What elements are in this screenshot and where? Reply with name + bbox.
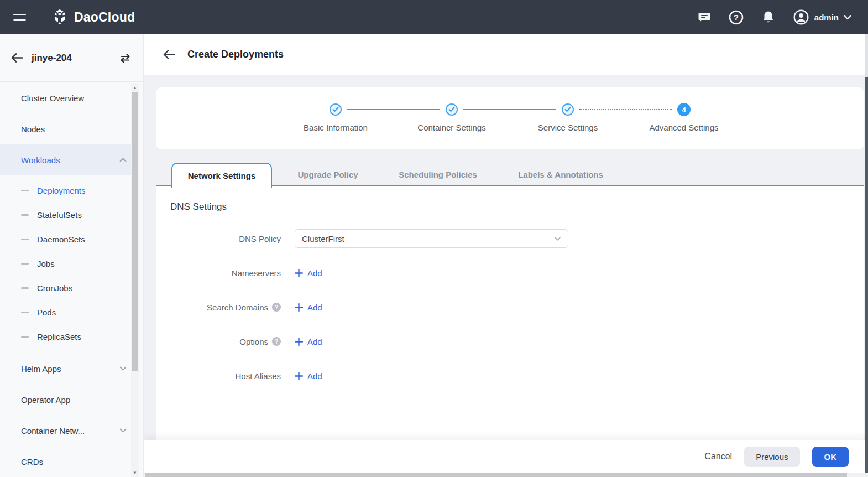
username: admin: [814, 13, 839, 22]
scroll-up-arrow-icon[interactable]: ▲: [131, 84, 139, 91]
step-connector: [463, 109, 556, 110]
horizontal-scrollbar-thumb[interactable]: [145, 473, 847, 477]
sidebar-item-cronjobs[interactable]: CronJobs: [0, 276, 135, 300]
plus-icon: [295, 338, 303, 346]
dns-settings-form: DNS Policy ClusterFirst Nameservers: [170, 229, 864, 385]
step-done-icon: [330, 103, 342, 116]
network-settings-panel: DNS Settings DNS Policy ClusterFirst: [156, 186, 864, 440]
chevron-down-icon: [119, 366, 127, 371]
cancel-button[interactable]: Cancel: [704, 452, 732, 462]
sidebar-item-nodes[interactable]: Nodes: [0, 113, 135, 144]
dns-policy-value: ClusterFirst: [302, 234, 344, 243]
sidebar-item-daemonsets[interactable]: DaemonSets: [0, 227, 135, 251]
sidebar-scrollbar-thumb[interactable]: [132, 92, 138, 371]
avatar-icon: [793, 9, 809, 25]
step-label-advanced-settings: Advanced Settings: [649, 123, 718, 132]
previous-button[interactable]: Previous: [744, 447, 799, 467]
ok-button[interactable]: OK: [812, 447, 849, 467]
step-connector: [347, 109, 440, 110]
sidebar-item-cluster-overview[interactable]: Cluster Overview: [0, 82, 135, 113]
chevron-up-icon: [119, 158, 127, 162]
dns-settings-title: DNS Settings: [170, 201, 864, 212]
sidebar-item-crds[interactable]: CRDs: [0, 446, 135, 477]
menu-toggle-icon[interactable]: [13, 12, 27, 22]
vertical-scrollbar[interactable]: [865, 34, 868, 473]
app-screen: DaoCloud ?: [0, 0, 868, 477]
topbar: DaoCloud ?: [0, 0, 868, 34]
host-aliases-label: Host Aliases: [235, 371, 281, 381]
stepper: 4 Basic Information Container Settings S…: [156, 87, 864, 149]
plus-icon: [295, 303, 303, 312]
tab-scheduling-policies[interactable]: Scheduling Policies: [399, 163, 477, 186]
plus-icon: [295, 269, 303, 277]
dns-policy-select[interactable]: ClusterFirst: [295, 229, 568, 248]
search-domains-add-button[interactable]: Add: [295, 303, 322, 312]
daocloud-logo-icon: [51, 8, 69, 26]
topbar-actions: ? admin: [697, 9, 868, 25]
dash-icon: [21, 312, 29, 313]
dash-icon: [21, 214, 29, 216]
sidebar-item-jobs[interactable]: Jobs: [0, 251, 135, 276]
workloads-submenu: Deployments StatefulSets DaemonSets Jobs…: [0, 175, 135, 353]
sidebar-item-pods[interactable]: Pods: [0, 300, 135, 324]
tab-labels-annotations[interactable]: Labels & Annotations: [518, 163, 603, 186]
options-add-button[interactable]: Add: [295, 337, 322, 346]
footer-actions: Cancel Previous OK: [144, 440, 868, 473]
sidebar-item-helm-apps[interactable]: Helm Apps: [0, 353, 135, 384]
brand: DaoCloud: [51, 8, 135, 26]
switch-cluster-icon[interactable]: [119, 53, 131, 63]
dash-icon: [21, 190, 29, 191]
cluster-name: jinye-204: [32, 53, 111, 64]
chevron-down-icon: [119, 428, 127, 433]
sidebar-scrollbar[interactable]: ▲ ▼: [131, 83, 139, 477]
tabbar: Network Settings Upgrade Policy Scheduli…: [156, 163, 864, 186]
search-domains-label: Search Domains: [207, 303, 268, 312]
sidebar-item-operator-app[interactable]: Operator App: [0, 384, 135, 415]
tab-upgrade-policy[interactable]: Upgrade Policy: [297, 163, 358, 186]
nameservers-label: Nameservers: [232, 268, 281, 278]
dash-icon: [21, 287, 29, 289]
page-back-icon[interactable]: [163, 50, 175, 59]
brand-name: DaoCloud: [74, 10, 135, 25]
message-icon[interactable]: [697, 9, 712, 25]
step-connector-dotted: [579, 109, 672, 110]
tab-network-settings[interactable]: Network Settings: [171, 163, 272, 188]
horizontal-scrollbar[interactable]: [144, 473, 868, 477]
form-row-host-aliases: Host Aliases Add: [170, 366, 864, 385]
step-done-icon: [562, 103, 574, 116]
sidebar: jinye-204 Cluster Overview Nodes Workloa…: [0, 34, 144, 477]
sidebar-item-workloads[interactable]: Workloads: [0, 144, 135, 175]
sidebar-item-container-network[interactable]: Container Netw...: [0, 415, 135, 446]
nameservers-add-button[interactable]: Add: [295, 268, 322, 278]
step-label-service-settings: Service Settings: [538, 123, 598, 132]
page-header: Create Deployments: [144, 34, 868, 75]
user-menu[interactable]: admin: [793, 9, 851, 25]
scroll-down-arrow-icon[interactable]: ▼: [131, 469, 139, 476]
dns-policy-label: DNS Policy: [239, 234, 281, 243]
dash-icon: [21, 239, 29, 240]
svg-text:?: ?: [734, 13, 739, 22]
form-row-search-domains: Search Domains ? Add: [170, 298, 864, 317]
help-icon[interactable]: ?: [729, 9, 744, 25]
chevron-down-icon: [554, 236, 561, 241]
step-label-basic-information: Basic Information: [304, 123, 368, 132]
notifications-bell-icon[interactable]: [761, 9, 776, 25]
help-icon[interactable]: ?: [272, 337, 281, 346]
form-row-options: Options ? Add: [170, 332, 864, 351]
form-row-nameservers: Nameservers Add: [170, 263, 864, 282]
chevron-down-icon: [844, 15, 851, 20]
sidebar-header: jinye-204: [0, 34, 143, 82]
plus-icon: [295, 372, 303, 380]
vertical-scrollbar-thumb[interactable]: [865, 77, 868, 473]
cluster-back-icon[interactable]: [11, 53, 23, 63]
options-label: Options: [239, 337, 268, 346]
sidebar-item-replicasets[interactable]: ReplicaSets: [0, 324, 135, 349]
dash-icon: [21, 263, 29, 265]
main-area: Create Deployments 4 Basic Information C…: [144, 34, 868, 477]
step-label-container-settings: Container Settings: [417, 123, 485, 132]
help-icon[interactable]: ?: [272, 303, 281, 312]
step-current-badge: 4: [677, 103, 691, 116]
sidebar-item-deployments[interactable]: Deployments: [0, 178, 135, 203]
sidebar-item-statefulsets[interactable]: StatefulSets: [0, 203, 135, 227]
host-aliases-add-button[interactable]: Add: [295, 371, 322, 381]
